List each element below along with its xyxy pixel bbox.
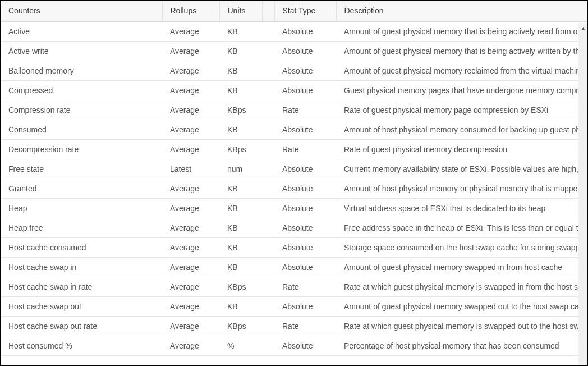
cell-rollup: Average — [162, 140, 219, 159]
cell-stattype: Absolute — [274, 21, 336, 42]
cell-counter: Host cache consumed — [1, 238, 162, 258]
cell-rollup: Average — [162, 336, 219, 356]
cell-rollup: Average — [162, 218, 219, 238]
table-row[interactable]: Host cache swap out rateAverageKBpsRateR… — [1, 317, 587, 336]
cell-unit: KB — [219, 179, 262, 199]
cell-spacer — [262, 100, 274, 120]
table-row[interactable]: Compression rateAverageKBpsRateRate of g… — [1, 100, 587, 120]
cell-unit: num — [219, 159, 262, 179]
cell-stattype: Rate — [274, 277, 336, 297]
cell-description: Storage space consumed on the host swap … — [336, 238, 587, 258]
cell-unit: KBps — [219, 140, 262, 159]
cell-counter: Compression rate — [1, 100, 162, 120]
cell-description: Amount of guest physical memory swapped … — [336, 258, 587, 277]
counters-table: Counters Rollups Units Stat Type Descrip… — [1, 1, 587, 356]
table-row[interactable]: Active writeAverageKBAbsoluteAmount of g… — [1, 42, 587, 61]
table-row[interactable]: ConsumedAverageKBAbsoluteAmount of host … — [1, 120, 587, 140]
table-row[interactable]: Host cache swap inAverageKBAbsoluteAmoun… — [1, 258, 587, 277]
table-row[interactable]: Free stateLatestnumAbsoluteCurrent memor… — [1, 159, 587, 179]
cell-description: Guest physical memory pages that have un… — [336, 81, 587, 100]
cell-counter: Consumed — [1, 120, 162, 140]
cell-spacer — [262, 336, 274, 356]
table-row[interactable]: HeapAverageKBAbsoluteVirtual address spa… — [1, 199, 587, 218]
cell-spacer — [262, 140, 274, 159]
cell-description: Free address space in the heap of ESXi. … — [336, 218, 587, 238]
cell-spacer — [262, 61, 274, 81]
cell-spacer — [262, 159, 274, 179]
table-row[interactable]: GrantedAverageKBAbsoluteAmount of host p… — [1, 179, 587, 199]
cell-rollup: Average — [162, 179, 219, 199]
cell-stattype: Absolute — [274, 179, 336, 199]
cell-counter: Active — [1, 21, 162, 42]
cell-description: Rate at which guest physical memory is s… — [336, 317, 587, 336]
table-row[interactable]: Heap freeAverageKBAbsoluteFree address s… — [1, 218, 587, 238]
cell-spacer — [262, 317, 274, 336]
cell-unit: KB — [219, 258, 262, 277]
cell-unit: KB — [219, 42, 262, 61]
cell-rollup: Average — [162, 238, 219, 258]
cell-description: Current memory availability state of ESX… — [336, 159, 587, 179]
cell-unit: KBps — [219, 317, 262, 336]
cell-unit: KB — [219, 81, 262, 100]
cell-unit: KB — [219, 218, 262, 238]
cell-rollup: Average — [162, 120, 219, 140]
cell-unit: KB — [219, 61, 262, 81]
cell-description: Amount of guest physical memory reclaime… — [336, 61, 587, 81]
cell-stattype: Rate — [274, 317, 336, 336]
cell-spacer — [262, 238, 274, 258]
cell-description: Virtual address space of ESXi that is de… — [336, 199, 587, 218]
cell-unit: KBps — [219, 277, 262, 297]
cell-spacer — [262, 199, 274, 218]
table-row[interactable]: Host cache consumedAverageKBAbsoluteStor… — [1, 238, 587, 258]
cell-stattype: Rate — [274, 100, 336, 120]
cell-description: Percentage of host physical memory that … — [336, 336, 587, 356]
cell-description: Amount of guest physical memory that is … — [336, 21, 587, 42]
cell-rollup: Average — [162, 100, 219, 120]
col-header-stattype[interactable]: Stat Type — [274, 1, 336, 21]
col-header-units[interactable]: Units — [219, 1, 262, 21]
cell-spacer — [262, 258, 274, 277]
cell-stattype: Absolute — [274, 61, 336, 81]
col-header-counters[interactable]: Counters — [1, 1, 162, 21]
cell-rollup: Average — [162, 199, 219, 218]
cell-spacer — [262, 218, 274, 238]
cell-spacer — [262, 21, 274, 42]
cell-counter: Ballooned memory — [1, 61, 162, 81]
cell-rollup: Average — [162, 277, 219, 297]
cell-counter: Host cache swap out — [1, 297, 162, 317]
table-row[interactable]: Host cache swap in rateAverageKBpsRateRa… — [1, 277, 587, 297]
cell-counter: Host cache swap in rate — [1, 277, 162, 297]
cell-counter: Host consumed % — [1, 336, 162, 356]
col-header-description[interactable]: Description — [336, 1, 587, 21]
cell-counter: Granted — [1, 179, 162, 199]
cell-rollup: Average — [162, 258, 219, 277]
vertical-scrollbar[interactable]: ▴ — [578, 23, 587, 365]
cell-stattype: Absolute — [274, 258, 336, 277]
cell-unit: KB — [219, 238, 262, 258]
table-row[interactable]: Host consumed %Average%AbsolutePercentag… — [1, 336, 587, 356]
table-row[interactable]: ActiveAverageKBAbsoluteAmount of guest p… — [1, 21, 587, 42]
table-row[interactable]: Host cache swap outAverageKBAbsoluteAmou… — [1, 297, 587, 317]
cell-description: Rate of guest physical memory decompress… — [336, 140, 587, 159]
cell-description: Amount of guest physical memory swapped … — [336, 297, 587, 317]
cell-stattype: Absolute — [274, 238, 336, 258]
cell-stattype: Absolute — [274, 159, 336, 179]
cell-stattype: Absolute — [274, 336, 336, 356]
cell-stattype: Absolute — [274, 81, 336, 100]
table-row[interactable]: CompressedAverageKBAbsoluteGuest physica… — [1, 81, 587, 100]
table-row[interactable]: Decompression rateAverageKBpsRateRate of… — [1, 140, 587, 159]
cell-description: Amount of host physical memory consumed … — [336, 120, 587, 140]
cell-counter: Heap free — [1, 218, 162, 238]
table-header-row: Counters Rollups Units Stat Type Descrip… — [1, 1, 587, 21]
cell-counter: Host cache swap in — [1, 258, 162, 277]
cell-unit: KB — [219, 120, 262, 140]
cell-description: Rate at which guest physical memory is s… — [336, 277, 587, 297]
cell-stattype: Absolute — [274, 218, 336, 238]
scroll-up-icon[interactable]: ▴ — [578, 23, 587, 32]
cell-rollup: Average — [162, 61, 219, 81]
cell-rollup: Average — [162, 317, 219, 336]
table-row[interactable]: Ballooned memoryAverageKBAbsoluteAmount … — [1, 61, 587, 81]
cell-stattype: Absolute — [274, 297, 336, 317]
cell-counter: Heap — [1, 199, 162, 218]
col-header-rollups[interactable]: Rollups — [162, 1, 219, 21]
